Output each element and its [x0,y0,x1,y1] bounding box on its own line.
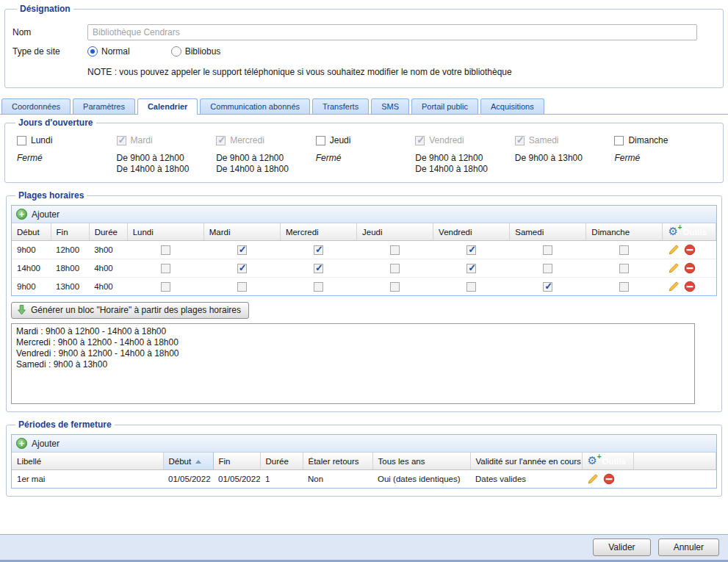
day-samedi: Samedi De 9h00 à 13h00 [515,135,612,175]
delete-icon[interactable] [684,244,696,256]
nom-label: Nom [12,27,87,37]
day-label-vendredi: Vendredi [429,135,464,145]
row1-samedi-checkbox [543,245,552,255]
plages-toolbar: Ajouter [12,206,716,223]
col-lundi[interactable]: Lundi [127,223,203,241]
col-samedi[interactable]: Samedi [510,223,586,241]
delete-icon[interactable] [603,473,615,485]
designation-legend: Désignation [17,4,73,14]
col-mercredi[interactable]: Mercredi [280,223,356,241]
tab-transferts[interactable]: Transferts [312,98,369,114]
col-duree[interactable]: Durée [89,223,127,241]
edit-pencil-icon[interactable] [668,262,680,274]
day-label-mercredi: Mercredi [230,135,264,145]
col-mardi[interactable]: Mardi [203,223,280,241]
day-schedule: De 9h00 à 12h00 [117,153,214,164]
col-jeudi[interactable]: Jeudi [357,223,433,241]
tab-communication-abonnes[interactable]: Communication abonnés [200,98,310,114]
gear-plus-icon: ⚙+ [668,226,680,237]
periodes-toolbar: Ajouter [12,435,716,453]
row3-vendredi-checkbox [466,282,476,292]
day-schedule: Fermé [17,153,114,164]
col-etaler-retours[interactable]: Étaler retours [303,453,372,470]
col-validite[interactable]: Validité sur l'année en cours [470,453,582,470]
row2-mercredi-checkbox [314,264,323,273]
col-debut-sorted[interactable]: Début [163,453,213,470]
col-fin[interactable]: Fin [51,223,89,241]
row3-mardi-checkbox [237,282,247,292]
radio-bibliobus[interactable]: Bibliobus [171,46,221,57]
checkbox-lundi[interactable] [17,136,26,145]
col-libelle[interactable]: Libellé [12,453,163,470]
day-label-dimanche: Dimanche [628,135,668,145]
tab-acquisitions[interactable]: Acquisitions [480,98,544,114]
row1-lundi-checkbox [161,245,170,255]
day-schedule: De 9h00 à 12h00 [216,153,313,164]
tab-parametres[interactable]: Paramètres [73,98,135,114]
col-outils: ⚙+ Outils [663,223,716,241]
table-row: 9h00 12h00 3h00 [12,241,716,259]
periodes-table: Libellé Début Fin Durée Étaler retours T… [12,453,716,488]
checkbox-jeudi[interactable] [316,136,325,145]
day-schedule: De 9h00 à 12h00 [415,153,512,164]
edit-pencil-icon[interactable] [587,473,599,485]
row2-jeudi-checkbox [390,264,400,273]
delete-icon[interactable] [684,262,696,274]
radio-bibliobus-icon [171,46,181,57]
day-vendredi: Vendredi De 9h00 à 12h00De 14h00 à 18h00 [415,135,512,175]
row1-dimanche-checkbox [619,245,629,255]
checkbox-samedi [515,136,525,145]
checkbox-mardi [117,136,126,145]
checkbox-dimanche[interactable] [614,136,624,145]
valider-button[interactable]: Valider [593,538,650,556]
horaire-bloc-textarea[interactable]: Mardi : 9h00 à 12h00 - 14h00 à 18h00 Mer… [11,323,695,404]
row1-mardi-checkbox [237,245,247,255]
radio-normal[interactable]: Normal [87,46,130,57]
day-mardi: Mardi De 9h00 à 12h00De 14h00 à 18h00 [117,135,214,175]
tab-calendrier[interactable]: Calendrier [137,98,198,115]
periodes-fermeture-fieldset: Périodes de fermeture Ajouter Libellé Dé… [6,419,722,497]
col-debut[interactable]: Début [12,223,51,241]
plages-ajouter-button[interactable]: Ajouter [32,209,60,220]
row3-lundi-checkbox [161,282,170,292]
day-mercredi: Mercredi De 9h00 à 12h00De 14h00 à 18h00 [216,135,313,175]
checkbox-vendredi [415,136,425,145]
gear-plus-icon: ⚙+ [588,455,600,466]
green-down-arrow-icon [18,305,26,315]
row3-samedi-checkbox [543,282,552,292]
add-icon [16,209,27,220]
col-outils: ⚙+ Outils [582,453,633,470]
periodes-grid-panel: Ajouter Libellé Début Fin Durée Étaler r… [11,434,717,489]
periodes-header-row: Libellé Début Fin Durée Étaler retours T… [12,453,716,470]
tab-bar: Coordonnées Paramètres Calendrier Commun… [0,96,728,115]
edit-pencil-icon[interactable] [668,244,680,256]
generer-bloc-button[interactable]: Générer un bloc "Horaire" à partir des p… [11,302,249,319]
tab-sms[interactable]: SMS [371,98,409,114]
edit-pencil-icon[interactable] [668,281,680,292]
col-tous-les-ans[interactable]: Tous les ans [372,453,470,470]
col-vendredi[interactable]: Vendredi [433,223,510,241]
day-label-jeudi: Jeudi [330,135,351,145]
radio-normal-label: Normal [101,46,130,57]
col-dimanche[interactable]: Dimanche [586,223,663,241]
day-label-samedi: Samedi [529,135,559,145]
day-schedule: De 9h00 à 13h00 [515,153,612,164]
jours-ouverture-fieldset: Jours d'ouverture Lundi Fermé Mardi De 9… [4,118,724,183]
day-dimanche: Dimanche Fermé [614,135,711,175]
row1-vendredi-checkbox [466,245,476,255]
support-note: NOTE : vous pouvez appeler le support té… [87,67,716,77]
annuler-button[interactable]: Annuler [658,538,719,556]
row2-mardi-checkbox [237,264,247,273]
delete-icon[interactable] [684,281,696,292]
radio-normal-icon [87,46,98,57]
page: Désignation Nom Type de site Normal Bibl… [0,0,728,562]
day-schedule: Fermé [316,153,413,164]
tab-coordonnees[interactable]: Coordonnées [1,98,71,114]
col-fin[interactable]: Fin [213,453,260,470]
periodes-ajouter-button[interactable]: Ajouter [32,439,60,449]
tab-portail-public[interactable]: Portail public [411,98,478,114]
row2-lundi-checkbox [161,264,170,273]
type-de-site-label: Type de site [12,46,87,57]
col-duree[interactable]: Durée [260,453,303,470]
row2-dimanche-checkbox [619,264,629,273]
